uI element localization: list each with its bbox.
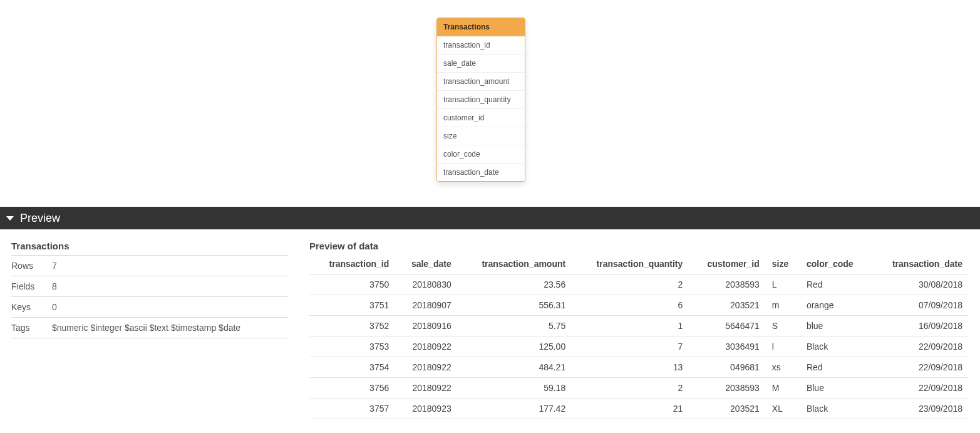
table-cell: Black <box>800 399 870 419</box>
table-cell: 20180922 <box>395 336 457 357</box>
preview-title: Preview <box>20 212 60 225</box>
table-row[interactable]: 375320180922125.0073036491lBlack22/09/20… <box>309 336 969 357</box>
meta-table: Rows 7 Fields 8 Keys 0 Tags $numeric $in… <box>11 255 288 338</box>
table-cell: 203521 <box>689 295 766 316</box>
preview-content: Transactions Rows 7 Fields 8 Keys 0 Tags… <box>0 229 980 425</box>
schema-field[interactable]: customer_id <box>437 108 525 127</box>
table-row[interactable]: 375120180907556.316203521morange07/09/20… <box>309 295 969 316</box>
column-header[interactable]: size <box>766 255 800 274</box>
table-row[interactable]: 37502018083023.5622038593LRed30/08/2018 <box>309 274 969 295</box>
schema-field[interactable]: sale_date <box>437 54 525 72</box>
schema-table-title[interactable]: Transactions <box>437 18 525 36</box>
meta-label: Keys <box>11 297 52 318</box>
table-cell: 556.31 <box>458 295 572 316</box>
column-header[interactable]: color_code <box>800 255 870 274</box>
data-table: transaction_idsale_datetransaction_amoun… <box>309 255 969 419</box>
table-cell: blue <box>800 316 870 336</box>
table-cell: 3752 <box>309 316 395 336</box>
table-cell: 20180830 <box>395 274 457 295</box>
table-cell: 7 <box>572 336 689 357</box>
table-cell: 22/09/2018 <box>870 357 969 378</box>
column-header[interactable]: customer_id <box>689 255 766 274</box>
schema-field[interactable]: color_code <box>437 145 525 163</box>
table-row[interactable]: 3752201809165.7515646471Sblue16/09/2018 <box>309 316 969 336</box>
meta-row-fields: Fields 8 <box>11 276 288 297</box>
table-cell: 484.21 <box>458 357 572 378</box>
table-cell: 3750 <box>309 274 395 295</box>
meta-panel: Transactions Rows 7 Fields 8 Keys 0 Tags… <box>11 241 288 419</box>
chevron-down-icon <box>6 216 14 221</box>
column-header[interactable]: transaction_quantity <box>572 255 689 274</box>
meta-row-rows: Rows 7 <box>11 256 288 276</box>
data-title: Preview of data <box>309 241 969 255</box>
meta-row-keys: Keys 0 <box>11 297 288 318</box>
table-row[interactable]: 375720180923177.4221203521XLBlack23/09/2… <box>309 399 969 419</box>
schema-table-card[interactable]: Transactions transaction_idsale_datetran… <box>436 18 525 182</box>
table-cell: 6 <box>572 295 689 316</box>
table-cell: 177.42 <box>458 399 572 419</box>
data-header-row: transaction_idsale_datetransaction_amoun… <box>309 255 969 274</box>
table-cell: Red <box>800 274 870 295</box>
table-cell: 3753 <box>309 336 395 357</box>
table-row[interactable]: 37562018092259.1822038593MBlue22/09/2018 <box>309 378 969 399</box>
table-cell: 20180923 <box>395 399 457 419</box>
meta-value: 8 <box>52 276 288 297</box>
meta-label: Tags <box>11 318 52 338</box>
table-cell: 22/09/2018 <box>870 378 969 399</box>
meta-label: Rows <box>11 256 52 276</box>
table-cell: 16/09/2018 <box>870 316 969 336</box>
schema-field-list: transaction_idsale_datetransaction_amoun… <box>437 36 525 181</box>
schema-field[interactable]: size <box>437 127 525 145</box>
table-cell: XL <box>766 399 800 419</box>
table-cell: 13 <box>572 357 689 378</box>
table-cell: m <box>766 295 800 316</box>
table-row[interactable]: 375420180922484.2113049681xsRed22/09/201… <box>309 357 969 378</box>
table-cell: 3757 <box>309 399 395 419</box>
schema-canvas[interactable]: Transactions transaction_idsale_datetran… <box>0 0 980 207</box>
table-cell: 3036491 <box>689 336 766 357</box>
table-cell: 5646471 <box>689 316 766 336</box>
table-cell: 2 <box>572 378 689 399</box>
table-cell: 1 <box>572 316 689 336</box>
table-cell: 20180907 <box>395 295 457 316</box>
schema-field[interactable]: transaction_date <box>437 163 525 181</box>
table-cell: 30/08/2018 <box>870 274 969 295</box>
column-header[interactable]: transaction_id <box>309 255 395 274</box>
table-cell: 125.00 <box>458 336 572 357</box>
table-cell: Red <box>800 357 870 378</box>
table-cell: 3756 <box>309 378 395 399</box>
table-cell: Blue <box>800 378 870 399</box>
table-cell: M <box>766 378 800 399</box>
table-cell: 20180922 <box>395 378 457 399</box>
table-cell: 2038593 <box>689 274 766 295</box>
meta-value: 0 <box>52 297 288 318</box>
table-cell: 59.18 <box>458 378 572 399</box>
meta-title: Transactions <box>11 241 288 255</box>
table-cell: 049681 <box>689 357 766 378</box>
table-cell: 203521 <box>689 399 766 419</box>
column-header[interactable]: transaction_amount <box>458 255 572 274</box>
table-cell: L <box>766 274 800 295</box>
table-cell: Black <box>800 336 870 357</box>
table-cell: l <box>766 336 800 357</box>
table-cell: 5.75 <box>458 316 572 336</box>
data-panel: Preview of data transaction_idsale_datet… <box>309 241 969 419</box>
meta-value: $numeric $integer $ascii $text $timestam… <box>52 318 288 338</box>
meta-label: Fields <box>11 276 52 297</box>
table-cell: 23/09/2018 <box>870 399 969 419</box>
table-cell: 21 <box>572 399 689 419</box>
schema-field[interactable]: transaction_quantity <box>437 90 525 108</box>
table-cell: 3751 <box>309 295 395 316</box>
table-cell: 07/09/2018 <box>870 295 969 316</box>
table-cell: 20180922 <box>395 357 457 378</box>
meta-row-tags: Tags $numeric $integer $ascii $text $tim… <box>11 318 288 338</box>
column-header[interactable]: transaction_date <box>870 255 969 274</box>
table-cell: 23.56 <box>458 274 572 295</box>
schema-field[interactable]: transaction_amount <box>437 72 525 90</box>
column-header[interactable]: sale_date <box>395 255 457 274</box>
schema-field[interactable]: transaction_id <box>437 36 525 54</box>
table-cell: 22/09/2018 <box>870 336 969 357</box>
table-cell: 2038593 <box>689 378 766 399</box>
preview-toggle[interactable]: Preview <box>0 207 980 229</box>
table-cell: S <box>766 316 800 336</box>
